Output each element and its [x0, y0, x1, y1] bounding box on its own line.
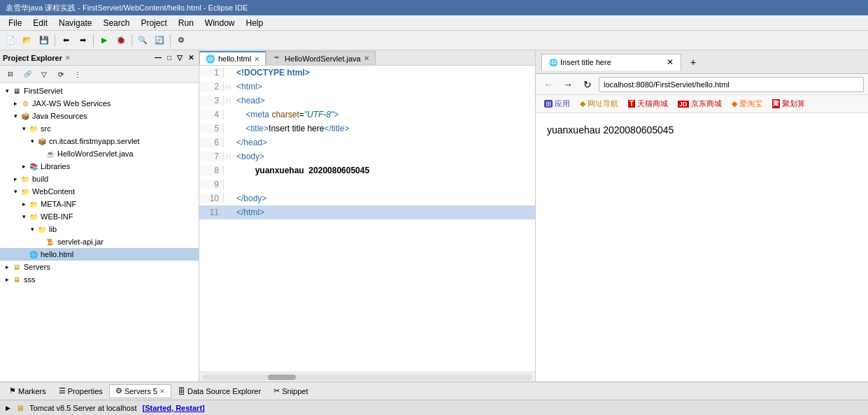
menu-run[interactable]: Run	[173, 17, 199, 29]
sss-label: sss	[24, 275, 36, 284]
tab-hellowordservlet[interactable]: ☕ HelloWordServlet.java ✕	[266, 51, 376, 65]
expand-metainf[interactable]: ▸	[20, 201, 28, 208]
toolbar-run[interactable]: ▶	[97, 33, 112, 48]
tree-item-servers[interactable]: ▸ 🖥 Servers	[0, 261, 199, 273]
expand-servers[interactable]: ▸	[3, 263, 11, 270]
bookmark-jd[interactable]: JD 京东商城	[674, 97, 726, 110]
tree-item-firstserviet[interactable]: ▾ 🖥 FirstServiet	[0, 85, 199, 97]
tree-item-servletapi[interactable]: ▸ 🗜 servlet-api.jar	[0, 235, 199, 248]
maximize-icon[interactable]: □	[165, 53, 173, 62]
bottom-tab-datasource[interactable]: 🗄 Data Source Explorer	[171, 384, 267, 398]
close-panel-icon[interactable]: ✕	[186, 53, 196, 62]
status-expand-icon[interactable]: ▶	[6, 405, 10, 412]
bookmark-poly[interactable]: 聚 聚划算	[768, 97, 809, 110]
expand-sss[interactable]: ▸	[3, 276, 11, 283]
browser-refresh[interactable]: ↻	[579, 76, 596, 93]
tab-hellohtml[interactable]: 🌐 hello.html ✕	[199, 51, 266, 65]
tree-item-servlet[interactable]: ▾ 📦 cn.itcast.firstmyapp.servlet	[0, 135, 199, 147]
tree-item-hellowordservlet[interactable]: ▸ ☕ HelloWordServlet.java	[0, 147, 199, 160]
properties-icon: ☰	[59, 386, 66, 395]
toolbar-open[interactable]: 📂	[20, 33, 35, 48]
address-bar[interactable]	[599, 77, 864, 92]
menu-help[interactable]: Help	[241, 17, 269, 29]
poly-label: 聚划算	[782, 99, 805, 109]
tree-item-sss[interactable]: ▸ 🖥 sss	[0, 273, 199, 286]
build-label: build	[32, 175, 48, 183]
tree-item-lib[interactable]: ▾ 📁 lib	[0, 223, 199, 235]
toolbar-refresh[interactable]: 🔄	[152, 33, 167, 48]
tab-hellowordservlet-close[interactable]: ✕	[364, 54, 369, 62]
toolbar-forward[interactable]: ➡	[75, 33, 90, 48]
main-layout: Project Explorer ✕ — □ ▽ ✕ ⊟ 🔗 ▽ ⟳ ⋮ ▾ 🖥	[0, 50, 868, 381]
explorer-sync[interactable]: ⟳	[53, 66, 69, 82]
expand-servlet[interactable]: ▾	[28, 138, 36, 145]
explorer-collapse[interactable]: ⊟	[3, 66, 18, 82]
bottom-tab-markers[interactable]: ⚑ Markers	[3, 384, 52, 398]
browser-forward[interactable]: →	[560, 76, 576, 93]
expand-lib[interactable]: ▾	[28, 226, 36, 233]
menu-file[interactable]: File	[3, 17, 27, 29]
menu-window[interactable]: Window	[199, 17, 241, 29]
expand-javaresources[interactable]: ▾	[11, 112, 20, 119]
markers-icon: ⚑	[9, 386, 16, 395]
scroll-thumb[interactable]	[268, 374, 296, 380]
bottom-tab-properties[interactable]: ☰ Properties	[52, 384, 109, 398]
code-editor[interactable]: 1 <!DOCTYPE html> 2 ◦ <html> 3 ◦ <head> …	[199, 66, 535, 372]
jaxws-icon: ⚙	[20, 98, 31, 109]
menu-edit[interactable]: Edit	[27, 17, 53, 29]
tree-item-webinf[interactable]: ▾ 📁 WEB-INF	[0, 210, 199, 223]
browser-tab[interactable]: 🌐 Insert title here ✕	[541, 54, 681, 71]
tree-item-webcontent[interactable]: ▾ 📁 WebContent	[0, 185, 199, 198]
properties-label: Properties	[68, 387, 103, 395]
browser-new-tab[interactable]: +	[685, 54, 701, 70]
tree-item-metainf[interactable]: ▸ 📁 META-INF	[0, 198, 199, 210]
browser-back[interactable]: ←	[540, 76, 557, 93]
tree-area: ▾ 🖥 FirstServiet ▸ ⚙ JAX-WS Web Services…	[0, 83, 199, 381]
explorer-link[interactable]: 🔗	[20, 66, 35, 82]
toolbar-debug[interactable]: 🐞	[113, 33, 129, 48]
minimize-icon[interactable]: —	[152, 53, 164, 62]
tab-hellohtml-close[interactable]: ✕	[254, 55, 259, 63]
tree-item-build[interactable]: ▸ 📁 build	[0, 173, 199, 185]
expand-webcontent[interactable]: ▾	[11, 188, 20, 195]
toolbar-search[interactable]: 🔍	[135, 33, 150, 48]
bottom-tab-servers[interactable]: ⚙ Servers 5 ✕	[109, 384, 171, 398]
expand-webinf[interactable]: ▾	[20, 213, 28, 220]
bookmark-tmall[interactable]: T 天猫商城	[624, 97, 672, 110]
expand-libraries[interactable]: ▸	[20, 163, 28, 170]
scroll-track[interactable]	[202, 374, 532, 380]
expand-src[interactable]: ▾	[20, 125, 28, 132]
tree-item-src[interactable]: ▾ 📁 src	[0, 122, 199, 135]
expand-jaxws[interactable]: ▸	[11, 100, 20, 107]
explorer-filter[interactable]: ▽	[36, 66, 52, 82]
toolbar-new[interactable]: 📄	[3, 33, 18, 48]
servers-close-icon[interactable]: ✕	[159, 388, 165, 395]
menu-project[interactable]: Project	[135, 17, 172, 29]
server-status-text[interactable]: [Started, Restart]	[142, 404, 204, 412]
tree-item-jaxws[interactable]: ▸ ⚙ JAX-WS Web Services	[0, 97, 199, 110]
bookmark-apps[interactable]: ⊞ 应用	[540, 97, 574, 110]
datasource-label: Data Source Explorer	[187, 387, 261, 395]
toolbar-sep4	[170, 34, 171, 47]
horizontal-scrollbar[interactable]	[199, 372, 535, 381]
jd-label: 京东商城	[691, 99, 722, 109]
browser-tab-close[interactable]: ✕	[667, 57, 674, 67]
toolbar-settings[interactable]: ⚙	[173, 33, 189, 48]
bookmark-taobao[interactable]: ◆ 爱淘宝	[727, 97, 767, 110]
expand-build[interactable]: ▸	[11, 175, 20, 182]
bottom-tab-snippets[interactable]: ✂ Snippet	[267, 384, 314, 398]
servers-icon: 🖥	[11, 261, 22, 272]
view-menu-icon[interactable]: ▽	[175, 53, 185, 62]
tree-item-javaresources[interactable]: ▾ 📦 Java Resources	[0, 110, 199, 122]
toolbar-save[interactable]: 💾	[36, 33, 52, 48]
bookmark-nav[interactable]: ◆ 网址导航	[576, 97, 622, 110]
project-explorer-x[interactable]: ✕	[65, 54, 71, 61]
expand-firstserviet[interactable]: ▾	[3, 87, 11, 94]
menu-navigate[interactable]: Navigate	[53, 17, 97, 29]
menu-search[interactable]: Search	[97, 17, 135, 29]
tree-item-hellohtml[interactable]: ▸ 🌐 hello.html	[0, 248, 199, 261]
toolbar-back[interactable]: ⬅	[58, 33, 73, 48]
explorer-more[interactable]: ⋮	[70, 66, 85, 82]
nav-label: 网址导航	[588, 99, 618, 109]
tree-item-libraries[interactable]: ▸ 📚 Libraries	[0, 160, 199, 173]
